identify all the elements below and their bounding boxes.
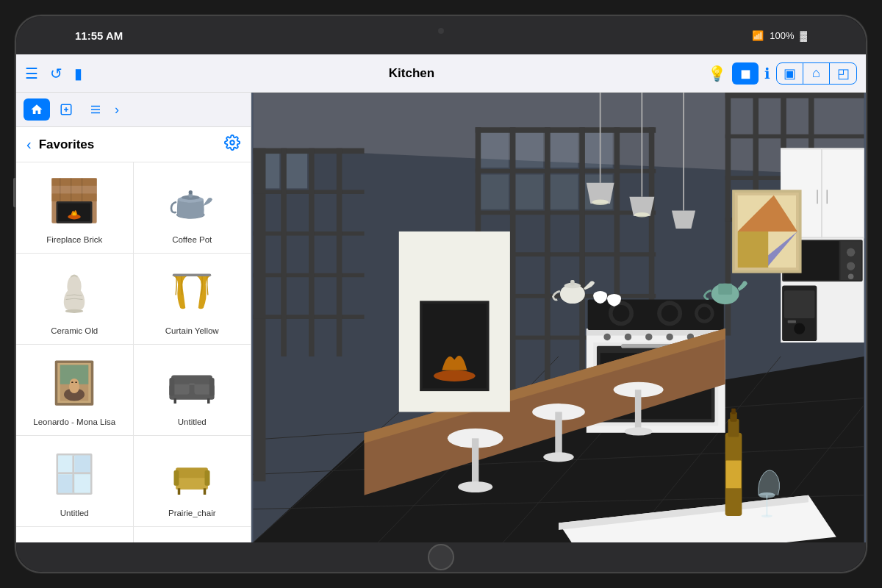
settings-icon[interactable] <box>224 135 240 154</box>
svg-rect-106 <box>481 133 509 168</box>
sidebar-tabs: › <box>16 93 251 127</box>
svg-point-171 <box>592 199 609 205</box>
svg-point-134 <box>848 274 854 280</box>
item-thumbnail <box>162 354 221 412</box>
back-button[interactable]: ‹ <box>26 136 32 153</box>
home-button[interactable] <box>428 544 454 570</box>
lightbulb-icon[interactable]: 💡 <box>708 65 726 82</box>
svg-rect-125 <box>821 148 822 239</box>
svg-rect-96 <box>476 169 656 173</box>
svg-rect-138 <box>788 320 796 323</box>
item-thumbnail <box>45 354 104 412</box>
house-button[interactable]: ⌂ <box>803 63 830 84</box>
svg-rect-97 <box>476 211 656 215</box>
svg-rect-109 <box>585 133 613 168</box>
svg-rect-107 <box>515 133 543 168</box>
svg-rect-161 <box>472 438 478 487</box>
top-bezel: 11:55 AM 📶 100% ▓ <box>16 16 866 54</box>
floorplan-button[interactable]: ▣ <box>777 63 803 84</box>
list-item[interactable]: Coffee Pot <box>134 162 251 254</box>
svg-rect-110 <box>481 174 509 209</box>
svg-point-165 <box>543 452 574 462</box>
list-item[interactable]: Untitled <box>16 436 134 527</box>
item-thumbnail <box>45 262 104 321</box>
battery-percent: 100% <box>770 30 794 41</box>
list-item[interactable]: Prairie_chair <box>134 436 251 527</box>
svg-rect-44 <box>75 475 90 493</box>
info-icon[interactable]: ℹ <box>764 65 770 82</box>
library-button[interactable]: ◼ <box>732 62 759 85</box>
item-thumbnail <box>45 445 104 503</box>
item-thumbnail <box>162 445 221 503</box>
svg-rect-34 <box>171 375 212 384</box>
svg-rect-128 <box>827 190 828 204</box>
svg-rect-49 <box>174 470 179 486</box>
svg-rect-167 <box>635 390 642 431</box>
sidebar-more-icon[interactable]: › <box>115 102 119 118</box>
svg-point-30 <box>76 381 78 383</box>
svg-point-146 <box>625 334 631 340</box>
svg-rect-116 <box>725 135 864 139</box>
item-thumbnail <box>45 536 104 542</box>
svg-rect-103 <box>579 127 585 391</box>
svg-rect-93 <box>287 154 307 188</box>
sidebar-tab-house[interactable] <box>24 98 50 121</box>
svg-point-19 <box>189 190 193 194</box>
list-item[interactable]: Fireplace Brick <box>16 162 134 254</box>
svg-rect-127 <box>817 190 817 204</box>
item-label: Leonardo - Mona Lisa <box>33 417 115 428</box>
sidebar-title: Favorites <box>39 137 224 152</box>
list-item[interactable]: Sofa3x_amazing <box>134 527 251 542</box>
svg-point-133 <box>847 262 855 270</box>
svg-rect-10 <box>71 178 72 201</box>
volume-button[interactable] <box>13 178 16 207</box>
svg-rect-6 <box>52 178 97 186</box>
item-label: Coffee Pot <box>172 234 212 245</box>
list-item[interactable]: Untitled <box>134 345 251 436</box>
list-item[interactable]: Leonardo - Mona Lisa <box>16 345 134 436</box>
svg-rect-36 <box>209 378 215 396</box>
sidebar-tab-list[interactable] <box>82 98 109 121</box>
list-item[interactable]: Ceramic Old <box>16 254 134 345</box>
item-label: Untitled <box>178 417 207 428</box>
svg-rect-46 <box>58 472 90 474</box>
svg-point-28 <box>70 379 79 387</box>
kitchen-3d-view <box>251 93 866 542</box>
cube-button[interactable]: ◰ <box>830 63 856 84</box>
list-item[interactable]: Chair_002 <box>16 527 134 542</box>
device-icon[interactable]: ▮ <box>74 65 82 82</box>
svg-point-157 <box>698 307 711 320</box>
item-thumbnail <box>162 171 221 230</box>
svg-point-20 <box>65 309 84 313</box>
svg-rect-21 <box>173 273 212 276</box>
view-mode-group: ▣ ⌂ ◰ <box>776 62 857 85</box>
menu-icon[interactable]: ☰ <box>25 65 38 82</box>
svg-rect-95 <box>476 127 656 133</box>
wifi-icon: 📶 <box>752 30 764 41</box>
svg-rect-193 <box>726 461 742 489</box>
list-item[interactable]: Curtain Yellow <box>134 254 251 345</box>
svg-point-155 <box>662 305 678 322</box>
undo-icon[interactable]: ↺ <box>50 65 62 82</box>
svg-rect-92 <box>265 154 279 188</box>
top-toolbar: ☰ ↺ ▮ Kitchen 💡 ◼ ℹ ▣ ⌂ ◰ <box>16 54 866 93</box>
svg-point-137 <box>794 323 805 334</box>
sidebar-tab-edit[interactable] <box>53 98 79 121</box>
svg-point-147 <box>645 334 652 340</box>
front-camera <box>438 28 444 34</box>
svg-rect-164 <box>555 412 562 456</box>
svg-point-174 <box>634 212 650 218</box>
status-right: 📶 100% ▓ <box>752 30 807 41</box>
svg-rect-102 <box>545 127 551 391</box>
svg-rect-89 <box>281 148 287 356</box>
svg-rect-52 <box>204 488 207 495</box>
svg-rect-7 <box>52 186 97 194</box>
svg-point-162 <box>458 481 492 492</box>
svg-rect-111 <box>515 174 543 209</box>
item-label: Prairie_chair <box>168 508 216 519</box>
svg-rect-41 <box>58 455 74 473</box>
svg-rect-35 <box>170 378 175 396</box>
item-label: Fireplace Brick <box>46 234 102 245</box>
svg-rect-90 <box>309 148 315 356</box>
svg-rect-8 <box>52 193 97 201</box>
